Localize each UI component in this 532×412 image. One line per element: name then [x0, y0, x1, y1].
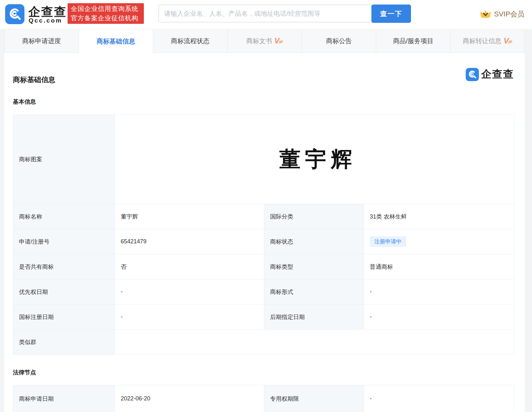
qcc-watermark-text: 企查查: [481, 67, 514, 81]
trademark-image-text: 董宇辉: [275, 147, 357, 171]
field-label: 国际分类: [264, 204, 364, 229]
badge-line-2: 官方备案企业征信机构: [71, 14, 141, 23]
tab-label: 商标转让信息: [463, 37, 501, 45]
qcc-swirl-icon: [7, 7, 22, 22]
field-value: 普通商标: [364, 254, 514, 279]
vip-icon: VIP: [504, 37, 512, 45]
legal-table: 商标申请日期 2022-06-20 专用权期限 -: [13, 385, 514, 412]
crown-icon: [480, 10, 491, 19]
main-content: 企查查 商标基础信息 基本信息 商标图案 董宇辉 商标名称 董宇辉 国际分类 3…: [13, 53, 514, 412]
field-label: 专用权期限: [264, 385, 364, 412]
tab-label: 商品/服务项目: [393, 37, 434, 45]
tab-announcement[interactable]: 商标公告: [302, 29, 376, 52]
svip-label: SVIP会员: [494, 9, 524, 19]
page-title: 商标基础信息: [13, 75, 514, 85]
field-value: 31类 农林生鲜: [364, 204, 514, 229]
tab-goods-services[interactable]: 商品/服务项目: [376, 29, 450, 52]
field-value: -: [115, 304, 264, 330]
search-input[interactable]: [158, 5, 372, 23]
field-label: 商标图案: [13, 115, 115, 204]
field-value: 董宇辉: [115, 204, 264, 229]
field-value: -: [364, 304, 514, 330]
tab-trademark-progress[interactable]: 商标申请进度: [4, 29, 79, 52]
field-value: 2022-06-20: [115, 385, 264, 412]
field-label: 国标注册日期: [13, 304, 115, 330]
field-value: -: [364, 385, 514, 412]
field-label: 商标类型: [264, 254, 364, 279]
basic-info-table: 商标图案 董宇辉 商标名称 董宇辉 国际分类 31类 农林生鲜 申请/注册号 6…: [13, 115, 514, 355]
svip-entry[interactable]: SVIP会员: [480, 9, 524, 19]
qcc-watermark-icon: [466, 68, 479, 81]
table-row: 商标申请日期 2022-06-20 专用权期限 -: [13, 385, 514, 412]
table-row: 商标名称 董宇辉 国际分类 31类 农林生鲜: [13, 204, 514, 229]
field-label: 商标形式: [264, 279, 364, 304]
table-row: 类似群: [13, 330, 514, 355]
field-label: 商标申请日期: [13, 385, 115, 412]
table-row: 国标注册日期 - 后期指定日期 -: [13, 304, 514, 330]
field-label: 是否共有商标: [13, 254, 115, 279]
brand-domain: Qcc.com: [29, 17, 62, 24]
table-row: 商标图案 董宇辉: [13, 115, 514, 204]
tab-label: 商标申请进度: [22, 37, 61, 45]
field-value: 注册申请中: [364, 229, 514, 254]
screen: 企查查 Qcc.com 全国企业信用查询系统 官方备案企业征信机构 查一下 SV…: [0, 0, 532, 412]
section-heading-basic: 基本信息: [13, 98, 514, 106]
tab-basic-info[interactable]: 商标基础信息: [79, 29, 153, 53]
table-row: 优先权日期 - 商标形式 -: [13, 279, 514, 304]
tab-label: 商标基础信息: [97, 37, 135, 46]
tab-label: 商标流程状态: [171, 37, 210, 45]
field-label: 优先权日期: [13, 279, 115, 304]
table-row: 是否共有商标 否 商标类型 普通商标: [13, 254, 514, 279]
status-badge[interactable]: 注册申请中: [370, 236, 406, 247]
table-row: 申请/注册号 65421479 商标状态 注册申请中: [13, 229, 514, 254]
field-value: [115, 330, 514, 355]
tab-bar: 商标申请进度 商标基础信息 商标流程状态 商标文书 VIP 商标公告 商品/服务…: [0, 29, 532, 53]
field-value: -: [364, 279, 514, 304]
badge-line-1: 全国企业信用查询系统: [71, 4, 141, 14]
credit-system-badge: 全国企业信用查询系统 官方备案企业征信机构: [68, 3, 144, 24]
right-page-gutter: [525, 29, 532, 412]
field-value: 否: [115, 254, 264, 279]
qcc-watermark-logo: 企查查: [466, 67, 514, 81]
tab-label: 商标公告: [326, 37, 352, 45]
field-label: 商标名称: [13, 204, 115, 229]
tab-process-status[interactable]: 商标流程状态: [153, 29, 227, 52]
tab-documents[interactable]: 商标文书 VIP: [227, 29, 302, 52]
search-button[interactable]: 查一下: [371, 5, 411, 23]
left-page-gutter: [0, 29, 4, 412]
field-label: 商标状态: [264, 229, 364, 254]
section-heading-legal: 法律节点: [13, 368, 514, 377]
field-label: 申请/注册号: [13, 229, 115, 254]
qcc-logo-icon[interactable]: [5, 4, 24, 24]
trademark-image-cell: 董宇辉: [115, 115, 514, 204]
site-header: 企查查 Qcc.com 全国企业信用查询系统 官方备案企业征信机构 查一下 SV…: [0, 0, 532, 29]
field-label: 类似群: [13, 330, 115, 355]
vip-icon: VIP: [274, 37, 283, 45]
tab-label: 商标文书: [246, 37, 272, 45]
field-value: -: [115, 279, 264, 304]
field-label: 后期指定日期: [264, 304, 364, 330]
field-value: 65421479: [115, 229, 264, 254]
tab-transfer-info[interactable]: 商标转让信息 VIP: [450, 29, 525, 52]
